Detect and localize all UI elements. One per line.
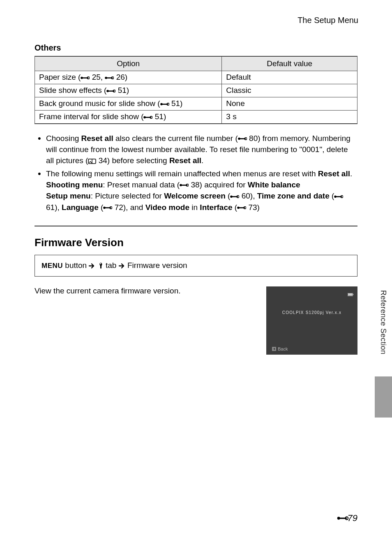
default-cell: Default (222, 71, 357, 84)
list-item: Choosing Reset all also clears the curre… (35, 133, 357, 167)
shooting-menu-label: Shooting menu (46, 180, 103, 189)
setup-tab-icon (98, 261, 104, 270)
reference-icon (337, 513, 346, 524)
option-cell: Paper size ( 25, 26) (35, 71, 222, 84)
camera-lcd-preview: COOLPIX S1200pj Ver.x.x Back (266, 286, 357, 355)
reference-icon (160, 99, 169, 108)
welcome-screen-label: Welcome screen (164, 192, 226, 200)
side-tab-indicator (375, 376, 392, 418)
table-row: Paper size ( 25, 26) Default (35, 71, 357, 84)
notes-list: Choosing Reset all also clears the curre… (35, 133, 357, 213)
firmware-description: View the current camera firmware version… (35, 286, 256, 295)
reference-icon (230, 191, 239, 202)
reference-icon (238, 133, 247, 144)
side-tab-label: Reference Section (379, 290, 387, 355)
language-label: Language (62, 203, 99, 212)
table-header-row: Option Default value (35, 56, 357, 71)
side-tab: Reference Section (375, 290, 392, 418)
table-row: Back ground music for slide show ( 51) N… (35, 97, 357, 110)
reset-all-label: Reset all (169, 156, 201, 165)
reference-icon (237, 202, 246, 213)
reference-icon (180, 180, 189, 191)
section-others-title: Others (35, 43, 357, 53)
th-default: Default value (222, 56, 357, 71)
reference-icon (334, 191, 343, 202)
back-indicator: Back (272, 346, 288, 351)
page-number: 79 (348, 513, 357, 524)
th-option: Option (35, 56, 222, 71)
options-table: Option Default value Paper size ( 25, 26… (35, 56, 357, 124)
reference-icon (103, 202, 112, 213)
option-cell: Slide show effects ( 51) (35, 84, 222, 97)
list-item: The following menu settings will remain … (35, 168, 357, 213)
reference-icon (143, 113, 152, 122)
divider (35, 226, 357, 226)
default-cell: None (222, 97, 357, 110)
table-row: Frame interval for slide show ( 51) 3 s (35, 110, 357, 123)
arrow-right-icon (89, 261, 95, 270)
tzd-label: Time zone and date (257, 192, 330, 200)
option-cell: Back ground music for slide show ( 51) (35, 97, 222, 110)
reference-icon (106, 86, 115, 95)
reset-all-label: Reset all (318, 169, 350, 178)
reset-all-label: Reset all (81, 134, 113, 143)
option-cell: Frame interval for slide show ( 51) (35, 110, 222, 123)
page-header: The Setup Menu (35, 16, 358, 25)
arrow-right-icon (119, 261, 125, 270)
manual-icon (88, 156, 96, 167)
reference-icon (105, 73, 114, 82)
video-mode-label: Video mode (145, 203, 189, 212)
default-cell: 3 s (222, 110, 357, 123)
default-cell: Classic (222, 84, 357, 97)
firmware-version-text: COOLPIX S1200pj Ver.x.x (266, 310, 357, 315)
setup-menu-label: Setup menu (46, 192, 91, 200)
battery-icon (348, 291, 353, 298)
page-footer: 79 (337, 513, 357, 524)
nav-path-box: MENU button tab Firmware version (35, 255, 357, 277)
interface-label: Interface (200, 203, 232, 212)
firmware-heading: Firmware Version (35, 236, 357, 249)
reference-icon (81, 73, 90, 82)
white-balance-label: White balance (248, 180, 300, 189)
table-row: Slide show effects ( 51) Classic (35, 84, 357, 97)
menu-button-label: MENU (42, 262, 63, 270)
